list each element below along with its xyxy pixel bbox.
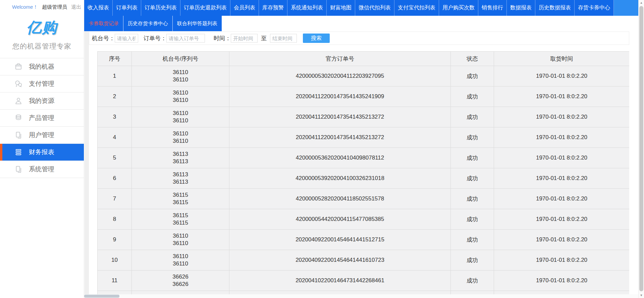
top-nav-bar: 收入报表订单列表订单历史列表订单历史退款列表会员列表库存预警系统通知列表财富地图… bbox=[84, 0, 638, 16]
cell-pickup-time: 1970-01-01 8:0:2.20 bbox=[494, 127, 630, 148]
order-no-label: 订单号： bbox=[144, 35, 166, 42]
logout-link[interactable]: 退出 bbox=[71, 4, 81, 10]
top-nav-tab-3[interactable]: 订单历史列表 bbox=[141, 0, 180, 16]
cell-machine-serial: 3611336113 bbox=[132, 168, 229, 189]
cell-official-order-no: 2020041122001473541435213272 bbox=[229, 107, 451, 127]
cell-machine-serial: 3611036110 bbox=[132, 66, 229, 86]
start-time-input[interactable] bbox=[231, 34, 258, 43]
end-time-input[interactable] bbox=[270, 34, 297, 43]
cell-status: 成功 bbox=[451, 86, 494, 107]
cell-status: 成功 bbox=[451, 107, 494, 127]
cell-machine-serial: 3611036110 bbox=[132, 86, 229, 107]
sidebar-item-6[interactable]: 财务报表 bbox=[0, 144, 84, 161]
top-nav-tab-4[interactable]: 订单历史退款列表 bbox=[180, 0, 230, 16]
table-row: 1136626366262020041022001464731442268461… bbox=[98, 271, 630, 291]
vertical-scrollbar[interactable]: ▲ ▼ bbox=[638, 0, 644, 298]
cell-status: 成功 bbox=[451, 66, 494, 86]
sidebar-item-1[interactable]: 我的机器 bbox=[0, 58, 84, 75]
search-button[interactable]: 搜索 bbox=[303, 34, 330, 43]
top-nav-tab-9[interactable]: 微信代扣列表 bbox=[355, 0, 394, 16]
time-label: 时间： bbox=[214, 35, 231, 42]
cell-pickup-time: 1970-01-01 8:0:2.20 bbox=[494, 271, 630, 291]
order-no-input[interactable] bbox=[166, 34, 205, 43]
cell-index: 4 bbox=[98, 127, 132, 148]
serial-no: 36110 bbox=[132, 137, 229, 145]
top-nav-tab-12[interactable]: 销售排行 bbox=[478, 0, 507, 16]
cell-index: 8 bbox=[98, 209, 132, 230]
cell-machine-serial: 3611036110 bbox=[132, 230, 229, 250]
welcome-text: Welcome！ bbox=[12, 4, 38, 10]
top-nav-tab-15[interactable]: 存货卡券中心 bbox=[575, 0, 614, 16]
sidebar-item-4[interactable]: 产品管理 bbox=[0, 110, 84, 127]
top-nav-filler bbox=[614, 0, 638, 16]
sidebar-item-label: 系统管理 bbox=[29, 165, 54, 174]
table-row: 736115361154200000528202004118502551578成… bbox=[98, 189, 630, 209]
column-header-3: 官方订单号 bbox=[229, 52, 451, 66]
sub-nav-tab-1[interactable]: 卡券取货记录 bbox=[84, 16, 123, 31]
system-doc-icon bbox=[14, 165, 23, 174]
cell-index: 9 bbox=[98, 230, 132, 250]
sidebar-item-7[interactable]: 系统管理 bbox=[0, 161, 84, 178]
cell-index: 6 bbox=[98, 168, 132, 189]
machine-no: 36113 bbox=[132, 151, 229, 158]
top-nav-tab-6[interactable]: 库存预警 bbox=[259, 0, 287, 16]
sidebar-item-2[interactable]: 支付管理 bbox=[0, 75, 84, 93]
table-row: 1036110361102020040922001454641441610723… bbox=[98, 250, 630, 271]
cell-status: 成功 bbox=[451, 189, 494, 209]
cell-machine-serial: 3611036110 bbox=[132, 127, 229, 148]
cell-status: 成功 bbox=[451, 271, 494, 291]
top-nav-tab-1[interactable]: 收入报表 bbox=[84, 0, 113, 16]
top-nav-tab-8[interactable]: 财富地图 bbox=[327, 0, 355, 16]
sidebar-item-label: 用户管理 bbox=[29, 131, 54, 139]
machine-no: 36110 bbox=[132, 69, 229, 76]
resource-user-icon bbox=[14, 97, 23, 105]
column-header-4: 状态 bbox=[451, 52, 494, 66]
horizontal-scrollbar-thumb[interactable] bbox=[84, 295, 119, 298]
cell-index: 11 bbox=[98, 271, 132, 291]
orders-table-wrap: 序号机台号/序列号官方订单号状态取货时间 1361103611042000005… bbox=[97, 51, 629, 294]
scroll-up-arrow-icon[interactable]: ▲ bbox=[639, 0, 644, 5]
to-label: 至 bbox=[261, 35, 267, 42]
top-nav-tab-2[interactable]: 订单列表 bbox=[113, 0, 141, 16]
cell-pickup-time: 1970-01-01 8:0:2.20 bbox=[494, 168, 630, 189]
top-nav-tab-11[interactable]: 用户购买次数 bbox=[439, 0, 478, 16]
table-row: 836115361154200000544202004115477085385成… bbox=[98, 209, 630, 230]
table-row: 436110361102020041122001473541435213272成… bbox=[98, 127, 630, 148]
table-row: 636113361134200000539202004100326231018成… bbox=[98, 168, 630, 189]
serial-no: 36110 bbox=[132, 260, 229, 267]
brand: 亿购 您的机器管理专家 bbox=[0, 18, 84, 51]
vertical-scrollbar-thumb[interactable] bbox=[639, 6, 643, 291]
top-nav-tab-14[interactable]: 历史数据报表 bbox=[535, 0, 575, 16]
top-nav-tab-10[interactable]: 支付宝代扣列表 bbox=[394, 0, 439, 16]
machine-no: 36110 bbox=[132, 253, 229, 260]
brand-tagline: 您的机器管理专家 bbox=[0, 42, 84, 51]
table-row-partial bbox=[98, 291, 630, 295]
sub-nav-tab-3[interactable]: 联合利华答题列表 bbox=[172, 16, 222, 31]
machine-no: 36113 bbox=[132, 171, 229, 178]
top-nav-tab-5[interactable]: 会员列表 bbox=[230, 0, 259, 16]
content-gutter bbox=[85, 16, 89, 298]
machine-no: 36115 bbox=[132, 191, 229, 199]
cell-clipped bbox=[229, 291, 451, 295]
cell-status: 成功 bbox=[451, 148, 494, 168]
sidebar-item-label: 产品管理 bbox=[29, 114, 54, 122]
cell-pickup-time: 1970-01-01 8:0:2.20 bbox=[494, 230, 630, 250]
column-header-2: 机台号/序列号 bbox=[132, 52, 229, 66]
sub-nav-tab-2[interactable]: 历史存货卡券中心 bbox=[123, 16, 172, 31]
machine-no: 36115 bbox=[132, 212, 229, 219]
machine-no-input[interactable] bbox=[115, 34, 138, 43]
serial-no: 36113 bbox=[132, 178, 229, 186]
top-nav-tab-7[interactable]: 系统通知列表 bbox=[287, 0, 327, 16]
sidebar: Welcome！ 超级管理员 退出 亿购 您的机器管理专家 我的机器支付管理我的… bbox=[0, 0, 84, 298]
cell-official-order-no: 2020041022001464731442268461 bbox=[229, 271, 451, 291]
scroll-down-arrow-icon[interactable]: ▼ bbox=[639, 293, 644, 298]
machine-box-icon bbox=[14, 62, 23, 71]
machine-no: 36626 bbox=[132, 273, 229, 281]
cell-clipped bbox=[132, 291, 229, 295]
user-bar: Welcome！ 超级管理员 退出 bbox=[0, 0, 84, 10]
top-nav-tab-13[interactable]: 数据报表 bbox=[507, 0, 535, 16]
sidebar-item-5[interactable]: 用户管理 bbox=[0, 127, 84, 144]
table-row: 136110361104200000530202004112203927095成… bbox=[98, 66, 630, 86]
sidebar-item-3[interactable]: 我的资源 bbox=[0, 93, 84, 110]
horizontal-scrollbar[interactable] bbox=[84, 294, 638, 298]
